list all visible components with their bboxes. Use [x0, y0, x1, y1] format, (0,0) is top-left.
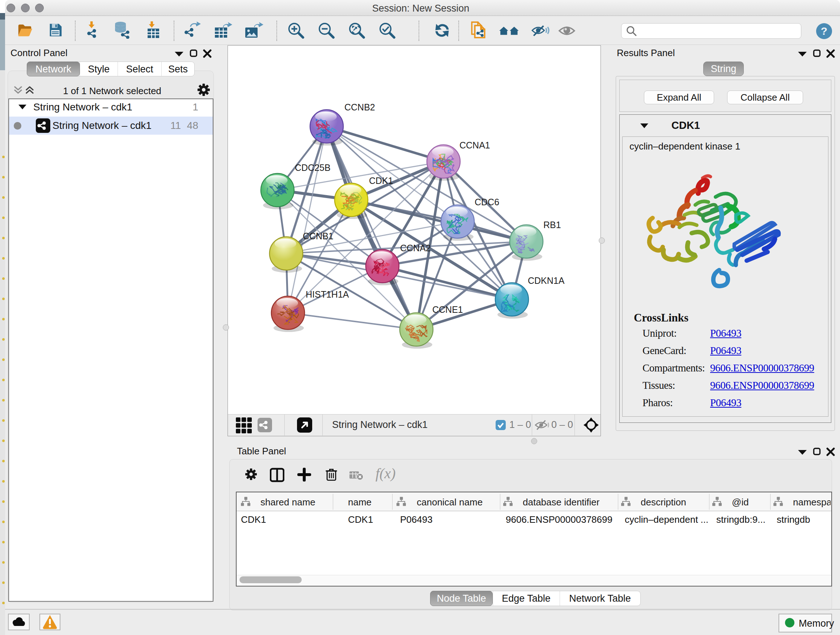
svg-text:CDK1: CDK1 [369, 176, 393, 186]
svg-text:CDKN1A: CDKN1A [528, 276, 565, 286]
svg-text:CCNA1: CCNA1 [459, 140, 490, 150]
svg-text:CCNB2: CCNB2 [344, 102, 375, 112]
svg-text:CCNB1: CCNB1 [303, 231, 333, 241]
svg-text:CDC6: CDC6 [475, 197, 499, 207]
svg-text:CCNA2: CCNA2 [400, 243, 431, 253]
svg-text:RB1: RB1 [543, 220, 561, 230]
svg-text:?: ? [821, 25, 827, 37]
svg-text:CDC25B: CDC25B [295, 163, 331, 173]
svg-text:CCNE1: CCNE1 [432, 304, 463, 315]
svg-text:HIST1H1A: HIST1H1A [306, 289, 349, 299]
